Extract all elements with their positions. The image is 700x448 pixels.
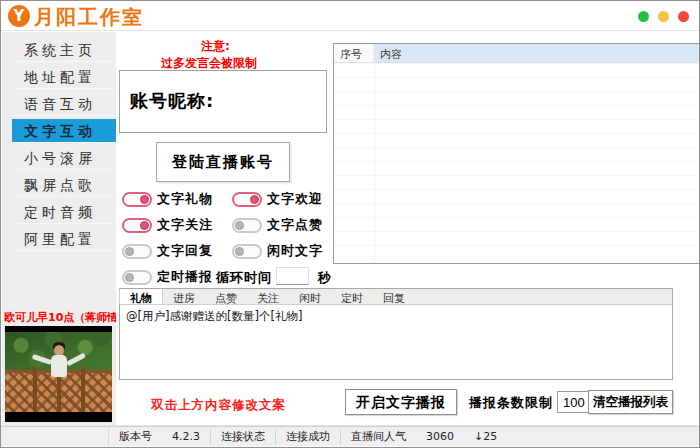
- switch-on-icon: [122, 218, 152, 233]
- switch-on-icon: [232, 192, 262, 207]
- traffic-light-red-icon[interactable]: [678, 11, 689, 22]
- down-arrow-glyph: ↓: [474, 430, 483, 443]
- toggle-label: 文字关注: [157, 216, 213, 234]
- toggle-label: 文字点赞: [267, 216, 323, 234]
- toggle-label: 文字礼物: [157, 190, 213, 208]
- login-live-account-button[interactable]: 登陆直播账号: [156, 142, 290, 182]
- connection-status: 连接成功: [276, 429, 340, 444]
- toggle-timed-broadcast[interactable]: 定时播报: [122, 267, 213, 287]
- column-header-index[interactable]: 序号: [334, 44, 374, 62]
- down-count: 25: [483, 430, 497, 443]
- title-bar: Y 月阳工作室: [1, 1, 699, 31]
- toggle-label: 闲时文字: [267, 242, 323, 260]
- app-title: 月阳工作室: [34, 4, 144, 31]
- column-divider: [374, 63, 375, 263]
- toggle-text-gift[interactable]: 文字礼物: [122, 189, 213, 209]
- connection-label: 连接状态: [211, 429, 275, 444]
- template-tab-strip: 礼物 进房 点赞 关注 闲时 定时 回复: [120, 289, 672, 305]
- sidebar-item-ali-config[interactable]: 阿里配置: [12, 227, 116, 251]
- sidebar-item-timed-audio[interactable]: 定时音频: [12, 200, 116, 224]
- sidebar-item-address-config[interactable]: 地址配置: [12, 65, 116, 89]
- fence-post: [81, 367, 85, 412]
- version-value: 4.2.3: [162, 430, 210, 443]
- cycle-time-input[interactable]: [276, 267, 309, 285]
- cycle-time-label: 循环时间: [216, 269, 272, 287]
- down-arrow-icon: ↓25: [464, 430, 507, 443]
- traffic-light-green-icon[interactable]: [638, 11, 649, 22]
- app-logo-icon: Y: [8, 5, 30, 27]
- toggle-text-follow[interactable]: 文字关注: [122, 215, 213, 235]
- video-scene: [5, 332, 112, 412]
- toggle-label: 定时播报: [157, 268, 213, 286]
- app-window: Y 月阳工作室 系统主页 地址配置 语音互动 文字互动 小号滚屏 飘屏点歌 定时…: [0, 0, 700, 448]
- sidebar-item-float-song[interactable]: 飘屏点歌: [12, 173, 116, 197]
- statusbar-spacer: [1, 427, 109, 446]
- dancer-torso: [51, 355, 67, 377]
- sidebar: 系统主页 地址配置 语音互动 文字互动 小号滚屏 飘屏点歌 定时音频 阿里配置 …: [2, 32, 116, 427]
- toggle-idle-text[interactable]: 闲时文字: [232, 241, 323, 261]
- edit-hint-text: 双击上方内容修改文案: [151, 397, 286, 414]
- switch-off-icon: [122, 270, 152, 285]
- toggle-label: 文字回复: [157, 242, 213, 260]
- sidebar-item-text-interact[interactable]: 文字互动: [12, 119, 116, 143]
- table-body-empty: [334, 63, 700, 263]
- tab-follow[interactable]: 关注: [247, 289, 289, 304]
- clear-broadcast-list-button[interactable]: 清空播报列表: [588, 390, 673, 414]
- promo-marquee-text: 欧可儿早10点（蒋师情感小: [4, 310, 116, 325]
- broadcast-limit-label: 播报条数限制: [469, 394, 553, 412]
- switch-off-icon: [122, 244, 152, 259]
- switch-off-icon: [232, 218, 262, 233]
- cycle-time-unit: 秒: [318, 269, 331, 287]
- switch-off-icon: [232, 244, 262, 259]
- live-video-preview[interactable]: [5, 326, 112, 422]
- broadcast-table[interactable]: 序号 内容 类型: [333, 43, 700, 264]
- tab-like[interactable]: 点赞: [205, 289, 247, 304]
- toggle-text-welcome[interactable]: 文字欢迎: [232, 189, 323, 209]
- sidebar-item-system-home[interactable]: 系统主页: [12, 38, 116, 62]
- tab-reply[interactable]: 回复: [373, 289, 415, 304]
- start-text-broadcast-button[interactable]: 开启文字播报: [345, 389, 457, 415]
- switch-on-icon: [122, 192, 152, 207]
- toggle-text-reply[interactable]: 文字回复: [122, 241, 213, 261]
- popularity-label: 直播间人气: [341, 429, 416, 444]
- tab-gift[interactable]: 礼物: [119, 289, 163, 304]
- tab-enter-room[interactable]: 进房: [163, 289, 205, 304]
- fence-post: [33, 367, 37, 412]
- popularity-value: 3060: [416, 430, 464, 443]
- tab-timed[interactable]: 定时: [331, 289, 373, 304]
- version-label: 版本号: [109, 429, 162, 444]
- notice-title: 注意:: [201, 38, 230, 55]
- template-text-content[interactable]: @[用户]感谢赠送的[数量]个[礼物]: [120, 305, 672, 328]
- account-nickname-panel: 账号昵称:: [119, 70, 327, 133]
- sidebar-item-alt-scroll[interactable]: 小号滚屏: [12, 146, 116, 170]
- tab-idle[interactable]: 闲时: [289, 289, 331, 304]
- status-bar: 版本号 4.2.3 连接状态 连接成功 直播间人气 3060 ↓25: [1, 426, 699, 446]
- column-header-content[interactable]: 内容: [374, 44, 700, 62]
- traffic-light-yellow-icon[interactable]: [658, 11, 669, 22]
- sidebar-item-voice-interact[interactable]: 语音互动: [12, 92, 116, 116]
- main-content: 注意: 过多发言会被限制 账号昵称: 登陆直播账号 文字礼物 文字欢迎 文字关注…: [116, 32, 700, 427]
- account-nickname-label: 账号昵称:: [130, 89, 214, 113]
- toggle-label: 文字欢迎: [267, 190, 323, 208]
- template-panel: 礼物 进房 点赞 关注 闲时 定时 回复 @[用户]感谢赠送的[数量]个[礼物]: [119, 288, 673, 380]
- toggle-text-like[interactable]: 文字点赞: [232, 215, 323, 235]
- table-header-row: 序号 内容 类型: [334, 44, 700, 63]
